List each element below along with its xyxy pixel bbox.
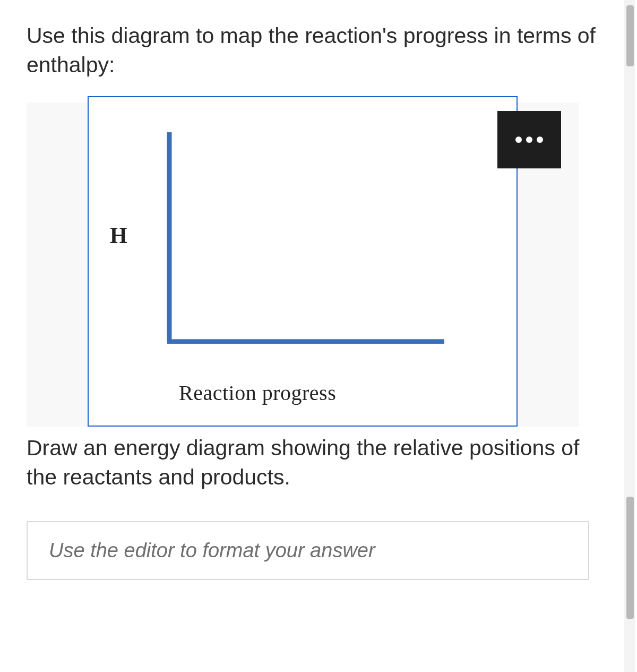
more-icon — [515, 137, 522, 143]
y-axis-label: H — [110, 223, 127, 248]
answer-editor[interactable]: Use the editor to format your answer — [27, 521, 589, 580]
question-instruction: Draw an energy diagram showing the relat… — [27, 433, 610, 492]
answer-placeholder: Use the editor to format your answer — [49, 539, 375, 562]
x-axis-label: Reaction progress — [179, 380, 336, 405]
question-page: Use this diagram to map the reaction's p… — [0, 0, 637, 672]
scrollbar-track[interactable] — [624, 0, 635, 672]
more-icon — [537, 137, 543, 143]
question-prompt: Use this diagram to map the reaction's p… — [27, 21, 610, 80]
diagram-container: H Reaction progress — [27, 96, 610, 428]
more-icon — [526, 137, 532, 143]
scrollbar-thumb-lower[interactable] — [626, 497, 634, 619]
scrollbar-thumb-upper[interactable] — [626, 5, 634, 66]
options-button[interactable] — [497, 111, 561, 168]
diagram-frame: H Reaction progress — [88, 96, 518, 427]
enthalpy-axes-chart — [89, 97, 517, 426]
